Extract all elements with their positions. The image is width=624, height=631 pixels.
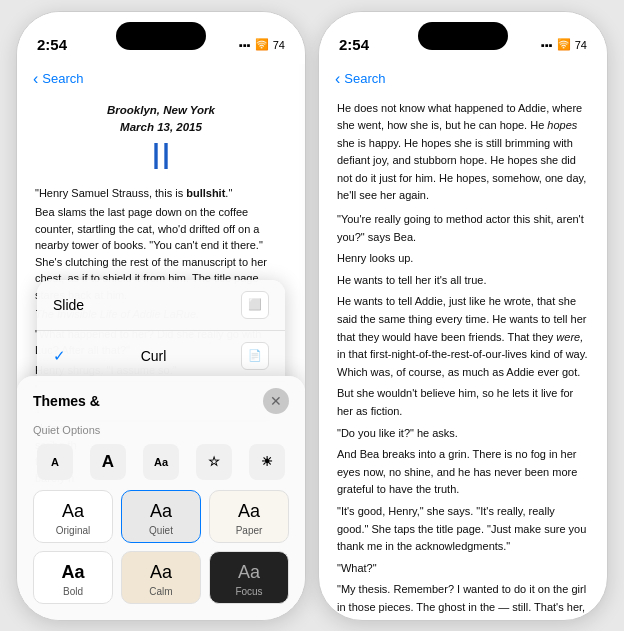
right-back-button[interactable]: ‹ Search	[335, 70, 386, 88]
theme-grid: Aa Original Aa Quiet Aa Paper Aa Bold Aa	[33, 490, 289, 604]
focus-label: Focus	[235, 586, 262, 597]
left-back-button[interactable]: ‹ Search	[33, 70, 84, 88]
paper-label: Paper	[236, 525, 263, 536]
slide-label: Slide	[53, 297, 84, 313]
left-phone: 2:54 ▪▪▪ 🛜 74 ‹ Search Brooklyn, New Yor…	[16, 11, 306, 621]
original-aa: Aa	[62, 501, 84, 522]
paper-aa: Aa	[238, 501, 260, 522]
calm-label: Calm	[149, 586, 172, 597]
right-back-chevron-icon: ‹	[335, 70, 340, 88]
increase-font-button[interactable]: A	[90, 444, 126, 480]
theme-calm[interactable]: Aa Calm	[121, 551, 201, 604]
quiet-aa: Aa	[150, 501, 172, 522]
reading-toolbar: A A Aa ☆ ☀	[33, 444, 289, 480]
close-button[interactable]: ✕	[263, 388, 289, 414]
right-book-content: He does not know what happened to Addie,…	[319, 92, 607, 621]
theme-paper[interactable]: Aa Paper	[209, 490, 289, 543]
themes-overlay: Themes & ✕ Quiet Options A A Aa ☆ ☀ Aa O…	[17, 376, 305, 620]
battery-text: 74	[273, 39, 285, 51]
left-nav-bar: ‹ Search	[17, 64, 305, 92]
phones-container: 2:54 ▪▪▪ 🛜 74 ‹ Search Brooklyn, New Yor…	[6, 1, 618, 631]
right-signal-icon: ▪▪▪	[541, 39, 553, 51]
theme-bold[interactable]: Aa Bold	[33, 551, 113, 604]
right-time: 2:54	[339, 36, 369, 53]
curl-option[interactable]: ✓ Curl 📄	[37, 331, 285, 382]
bookmark-button[interactable]: ☆	[196, 444, 232, 480]
back-label: Search	[42, 71, 83, 86]
book-header: Brooklyn, New York March 13, 2015 II	[35, 102, 287, 177]
font-select-button[interactable]: Aa	[143, 444, 179, 480]
calm-aa: Aa	[150, 562, 172, 583]
curl-check-icon: ✓	[53, 347, 66, 365]
back-chevron-icon: ‹	[33, 70, 38, 88]
theme-quiet[interactable]: Aa Quiet	[121, 490, 201, 543]
right-status-icons: ▪▪▪ 🛜 74	[541, 38, 587, 51]
bold-label: Bold	[63, 586, 83, 597]
decrease-font-button[interactable]: A	[37, 444, 73, 480]
brightness-button[interactable]: ☀	[249, 444, 285, 480]
right-phone: 2:54 ▪▪▪ 🛜 74 ‹ Search He does not know …	[318, 11, 608, 621]
left-time: 2:54	[37, 36, 67, 53]
focus-aa: Aa	[238, 562, 260, 583]
right-battery-text: 74	[575, 39, 587, 51]
slide-icon: ⬜	[241, 291, 269, 319]
original-label: Original	[56, 525, 90, 536]
right-dynamic-island	[418, 22, 508, 50]
signal-icon: ▪▪▪	[239, 39, 251, 51]
theme-original[interactable]: Aa Original	[33, 490, 113, 543]
quiet-label: Quiet	[149, 525, 173, 536]
bold-aa: Aa	[61, 562, 84, 583]
book-location: Brooklyn, New York March 13, 2015	[35, 102, 287, 138]
curl-icon: 📄	[241, 342, 269, 370]
chapter-number: II	[35, 137, 287, 177]
wifi-icon: 🛜	[255, 38, 269, 51]
themes-subtitle: Quiet Options	[33, 424, 289, 436]
slide-option[interactable]: Slide ⬜	[37, 280, 285, 331]
right-wifi-icon: 🛜	[557, 38, 571, 51]
curl-label: Curl	[141, 348, 167, 364]
right-nav-bar: ‹ Search	[319, 64, 607, 92]
right-back-label: Search	[344, 71, 385, 86]
dynamic-island	[116, 22, 206, 50]
themes-header: Themes & ✕	[33, 388, 289, 414]
left-status-icons: ▪▪▪ 🛜 74	[239, 38, 285, 51]
theme-focus[interactable]: Aa Focus	[209, 551, 289, 604]
themes-title: Themes &	[33, 393, 100, 409]
